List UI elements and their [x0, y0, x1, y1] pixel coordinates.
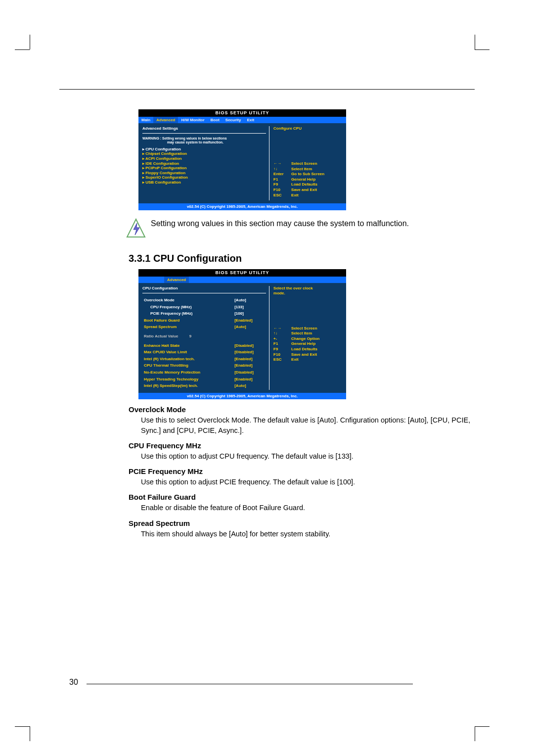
bios2-tabs: Advanced [138, 277, 346, 284]
menu-acpi-configuration: ▸ ACPI Configuration [142, 156, 266, 161]
bios-advanced-settings: BIOS SETUP UTILITY Main Advanced H/W Mon… [138, 109, 346, 210]
tab-hw-monitor: H/W Monitor [178, 117, 207, 124]
bios2-heading: CPU Configuration [142, 286, 266, 291]
bios2-copyright: v02.54 (C) Copyright 1985-2005, American… [138, 393, 346, 400]
warning-note-row: Setting wrong values in this section may… [126, 218, 475, 238]
bios-cpu-configuration: BIOS SETUP UTILITY Advanced CPU Configur… [138, 269, 346, 399]
tab-security: Security [222, 117, 244, 124]
bios1-tabs: Main Advanced H/W Monitor Boot Security … [138, 117, 346, 124]
opt-overclock-mode: Overclock Mode Use this to select Overcl… [129, 405, 475, 435]
lightning-icon [126, 218, 146, 238]
menu-ide-configuration: ▸ IDE Configuration [142, 161, 266, 166]
opt-boot-failure-guard: Boot Failure Guard Enable or disable the… [129, 493, 475, 513]
tab-boot: Boot [208, 117, 222, 124]
tab-main: Main [138, 117, 153, 124]
menu-usb-configuration: ▸ USB Configuration [142, 180, 266, 185]
bios2-info: Select the over clockmode. [273, 286, 313, 295]
bios2-title: BIOS SETUP UTILITY [138, 269, 346, 277]
bios1-title: BIOS SETUP UTILITY [138, 109, 346, 117]
menu-floppy-configuration: ▸ Floppy Configuration [142, 171, 266, 176]
opt-spread-spectrum: Spread Spectrum This item should always … [129, 519, 475, 539]
opt-pcie-frequency: PCIE Frequency MHz Use this option to ad… [129, 467, 475, 487]
bios1-heading: Advanced Settings [142, 126, 266, 131]
cpu-settings-table: Overclock Mode[Auto] CPU Frequency (MHz)… [142, 296, 266, 390]
tab-exit: Exit [244, 117, 257, 124]
menu-pcipnp-configuration: ▸ PCIPnP Configuration [142, 166, 266, 171]
menu-superio-configuration: ▸ SuperIO Configuration [142, 175, 266, 180]
warning-note-text: Setting wrong values in this section may… [151, 218, 409, 229]
bios1-warning: WARNING : Setting wrong values in below … [142, 137, 266, 145]
tab-advanced: Advanced [153, 117, 178, 124]
bios1-info: Configure CPU [273, 126, 302, 131]
page-number: 30 [69, 678, 413, 689]
menu-chipset-configuration: ▸ Chipset Configuration [142, 151, 266, 156]
tab-advanced-2: Advanced [164, 277, 189, 284]
menu-cpu-configuration: ▸ CPU Configuration [142, 147, 266, 152]
section-title: 3.3.1 CPU Configuration [129, 253, 475, 264]
top-rule [59, 89, 475, 90]
opt-cpu-frequency: CPU Frequency MHz Use this option to adj… [129, 441, 475, 461]
bios1-copyright: v02.54 (C) Copyright 1985-2005, American… [138, 203, 346, 210]
